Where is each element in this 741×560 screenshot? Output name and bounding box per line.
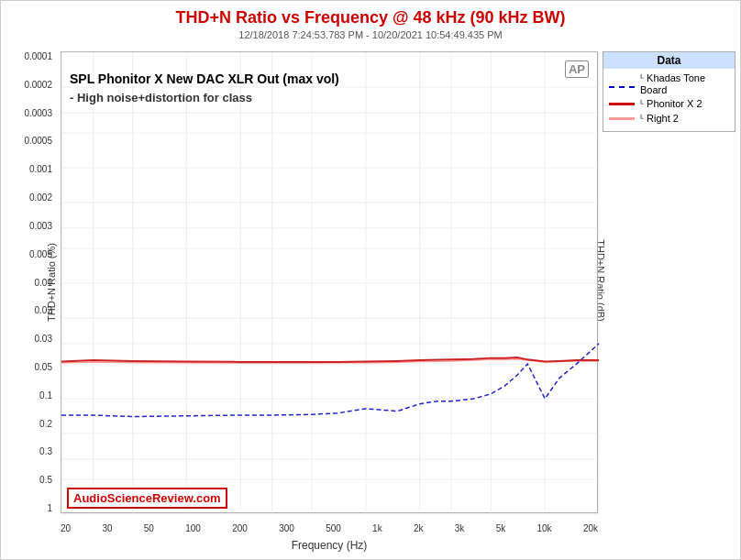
y-left-tick: 0.01 (35, 278, 52, 288)
legend: Data ᴸ Khadas Tone Boardᴸ Phonitor X 2ᴸ … (603, 51, 735, 132)
annotation: SPL Phonitor X New DAC XLR Out (max vol)… (70, 70, 339, 107)
x-tick: 1k (372, 523, 382, 533)
y-left-tick: 0.0003 (24, 108, 52, 118)
annotation-line1: SPL Phonitor X New DAC XLR Out (max vol) (70, 70, 339, 89)
y-left-tick: 0.05 (35, 362, 52, 372)
legend-title: Data (603, 52, 735, 69)
x-axis: 2030501002003005001k2k3k5k10k20k (61, 523, 598, 533)
y-left-tick: 0.03 (35, 334, 52, 344)
legend-item: ᴸ Khadas Tone Board (609, 72, 729, 95)
chart-area (61, 51, 598, 513)
y-left-tick: 0.02 (35, 305, 52, 315)
watermark: AudioScienceReview.com (67, 488, 227, 509)
y-left-tick: 0.0005 (24, 136, 52, 146)
x-tick: 20 (61, 523, 71, 533)
chart-container: THD+N Ratio vs Frequency @ 48 kHz (90 kH… (0, 0, 741, 560)
y-left-tick: 0.2 (39, 419, 52, 429)
y-axis-left: 10.50.30.20.10.050.030.020.010.0050.0030… (1, 51, 56, 513)
y-left-tick: 0.002 (29, 192, 52, 203)
x-tick: 50 (144, 523, 154, 533)
x-tick: 100 (185, 523, 201, 533)
y-left-tick: 0.3 (39, 446, 52, 456)
x-tick: 5k (496, 523, 506, 533)
ap-logo: AP (565, 60, 589, 78)
x-tick: 10k (536, 523, 551, 533)
x-tick: 3k (455, 523, 465, 533)
y-left-tick: 1 (47, 503, 52, 513)
chart-title: THD+N Ratio vs Frequency @ 48 kHz (90 kH… (1, 1, 740, 27)
x-tick: 300 (279, 523, 294, 533)
y-left-tick: 0.0001 (24, 51, 52, 61)
x-axis-label: Frequency (Hz) (61, 539, 598, 552)
y-left-tick: 0.001 (29, 164, 52, 174)
x-tick: 200 (232, 523, 248, 533)
legend-item: ᴸ Right 2 (609, 113, 729, 125)
y-left-tick: 0.1 (39, 390, 52, 401)
y-left-tick: 0.005 (29, 249, 52, 259)
legend-item: ᴸ Phonitor X 2 (609, 98, 729, 110)
y-left-tick: 0.5 (39, 475, 52, 485)
y-left-tick: 0.0002 (24, 80, 52, 90)
x-tick: 500 (326, 523, 341, 533)
y-left-tick: 0.003 (29, 221, 52, 231)
x-tick: 20k (583, 523, 598, 533)
chart-subtitle: 12/18/2018 7:24:53.783 PM - 10/20/2021 1… (1, 29, 740, 40)
x-tick: 30 (102, 523, 112, 533)
x-tick: 2k (414, 523, 424, 533)
annotation-line2: - High noise+distortion for class (70, 89, 339, 107)
